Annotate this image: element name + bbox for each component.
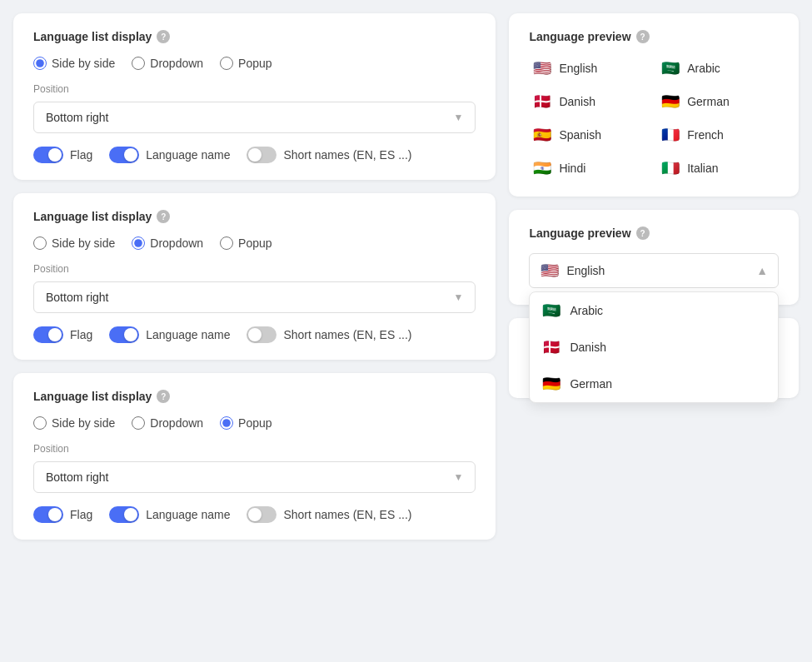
list-item[interactable]: 🇮🇹 Italian bbox=[657, 157, 779, 180]
panel1-radio-popup[interactable]: Popup bbox=[220, 57, 271, 70]
preview2-title: Language preview ? bbox=[529, 226, 779, 240]
panel3-radio-dropdown[interactable]: Dropdown bbox=[132, 416, 203, 430]
panel3-radio-group: Side by side Dropdown Popup bbox=[33, 416, 476, 430]
panel-side-by-side: Language list display ? Side by side Dro… bbox=[13, 13, 496, 180]
panel3-radio-side-by-side[interactable]: Side by side bbox=[33, 416, 115, 430]
preview2-title-text: Language preview bbox=[529, 226, 630, 240]
panel2-language-name-toggle[interactable] bbox=[109, 326, 139, 343]
panel2-radio-group: Side by side Dropdown Popup bbox=[33, 236, 476, 250]
panel3-toggle-short-names[interactable]: Short names (EN, ES ...) bbox=[247, 506, 411, 523]
panel-popup: Language list display ? Side by side Dro… bbox=[13, 373, 496, 540]
panel3-chevron-icon: ▼ bbox=[453, 471, 463, 483]
panel1-title: Language list display ? bbox=[33, 30, 476, 43]
english-flag: 🇺🇸 bbox=[532, 58, 552, 78]
panel2-help-icon[interactable]: ? bbox=[157, 210, 170, 223]
panel1-radio-dropdown[interactable]: Dropdown bbox=[132, 57, 203, 70]
danish-flag: 🇩🇰 bbox=[532, 92, 552, 112]
preview2-dropdown-container: 🇺🇸 English ▲ 🇸🇦 Arabic 🇩🇰 Danish 🇩🇪 bbox=[529, 253, 779, 288]
panel3-position-label: Position bbox=[33, 443, 476, 455]
panel2-chevron-icon: ▼ bbox=[453, 291, 463, 303]
french-flag: 🇫🇷 bbox=[660, 125, 680, 145]
preview2-dropdown-menu: 🇸🇦 Arabic 🇩🇰 Danish 🇩🇪 German bbox=[529, 291, 779, 403]
preview2-dropdown-trigger[interactable]: 🇺🇸 English ▲ bbox=[529, 253, 779, 288]
panel3-title-text: Language list display bbox=[33, 390, 152, 403]
dropdown-german-flag: 🇩🇪 bbox=[541, 374, 561, 394]
dropdown-option-german[interactable]: 🇩🇪 German bbox=[530, 366, 778, 402]
panel1-title-text: Language list display bbox=[33, 30, 152, 43]
panel1-toggle-short-names[interactable]: Short names (EN, ES ...) bbox=[247, 147, 411, 163]
list-item[interactable]: 🇫🇷 French bbox=[657, 123, 779, 147]
panel3-radio-popup[interactable]: Popup bbox=[220, 416, 271, 430]
italian-flag: 🇮🇹 bbox=[660, 158, 680, 178]
preview1-title: Language preview ? bbox=[529, 30, 779, 43]
preview1-title-text: Language preview bbox=[529, 30, 630, 43]
panel3-short-names-toggle[interactable] bbox=[247, 506, 276, 523]
dropdown-option-danish[interactable]: 🇩🇰 Danish bbox=[530, 329, 778, 366]
panel2-radio-popup[interactable]: Popup bbox=[220, 236, 271, 250]
panel1-position-select[interactable]: Bottom right ▼ bbox=[33, 102, 476, 133]
panel2-toggle-flag[interactable]: Flag bbox=[33, 326, 92, 343]
preview2-selected-text: English bbox=[566, 264, 605, 277]
preview1-lang-grid: 🇺🇸 English 🇸🇦 Arabic 🇩🇰 Danish 🇩🇪 German bbox=[529, 57, 779, 180]
arabic-flag: 🇸🇦 bbox=[660, 58, 680, 78]
panel3-toggle-flag[interactable]: Flag bbox=[33, 506, 92, 523]
panel2-title: Language list display ? bbox=[33, 210, 476, 223]
panel1-short-names-toggle[interactable] bbox=[247, 147, 276, 163]
panel2-title-text: Language list display bbox=[33, 210, 152, 223]
panel2-radio-side-by-side[interactable]: Side by side bbox=[33, 236, 115, 250]
panel3-position-select[interactable]: Bottom right ▼ bbox=[33, 461, 476, 493]
preview2-help-icon[interactable]: ? bbox=[636, 226, 650, 240]
list-item[interactable]: 🇮🇳 Hindi bbox=[529, 157, 650, 180]
panel1-chevron-icon: ▼ bbox=[453, 112, 463, 123]
panel3-language-name-toggle[interactable] bbox=[109, 506, 139, 523]
panel1-radio-group: Side by side Dropdown Popup bbox=[33, 57, 476, 70]
panel1-language-name-toggle[interactable] bbox=[109, 147, 139, 163]
panel1-position-label: Position bbox=[33, 83, 476, 95]
panel1-flag-toggle[interactable] bbox=[33, 147, 63, 163]
panel1-toggle-flag[interactable]: Flag bbox=[33, 147, 92, 163]
panel-dropdown: Language list display ? Side by side Dro… bbox=[13, 193, 496, 360]
panel2-radio-dropdown[interactable]: Dropdown bbox=[132, 236, 203, 250]
list-item[interactable]: 🇩🇰 Danish bbox=[529, 90, 650, 113]
panel3-help-icon[interactable]: ? bbox=[157, 390, 170, 403]
list-item[interactable]: 🇺🇸 English bbox=[529, 57, 650, 80]
panel3-flag-toggle[interactable] bbox=[33, 506, 63, 523]
panel1-toggle-language-name[interactable]: Language name bbox=[109, 147, 230, 163]
panel1-radio-side-by-side[interactable]: Side by side bbox=[33, 57, 115, 70]
panel2-short-names-toggle[interactable] bbox=[247, 326, 276, 343]
spanish-flag: 🇪🇸 bbox=[532, 125, 552, 145]
dropdown-option-arabic[interactable]: 🇸🇦 Arabic bbox=[530, 292, 778, 329]
preview-side-by-side: Language preview ? 🇺🇸 English 🇸🇦 Arabic … bbox=[509, 13, 799, 197]
panel1-toggle-group: Flag Language name Short names (EN, ES .… bbox=[33, 147, 476, 163]
german-flag: 🇩🇪 bbox=[660, 92, 680, 112]
list-item[interactable]: 🇪🇸 Spanish bbox=[529, 123, 650, 147]
panel2-flag-toggle[interactable] bbox=[33, 326, 63, 343]
dropdown-danish-flag: 🇩🇰 bbox=[541, 337, 561, 357]
panel2-toggle-language-name[interactable]: Language name bbox=[109, 326, 230, 343]
panel2-toggle-short-names[interactable]: Short names (EN, ES ...) bbox=[247, 326, 411, 343]
list-item[interactable]: 🇸🇦 Arabic bbox=[657, 57, 779, 80]
preview2-selected-flag: 🇺🇸 bbox=[540, 261, 560, 281]
preview2-chevron-up-icon: ▲ bbox=[756, 264, 768, 277]
panel2-position-label: Position bbox=[33, 263, 476, 275]
dropdown-arabic-flag: 🇸🇦 bbox=[541, 301, 561, 321]
panel2-position-select[interactable]: Bottom right ▼ bbox=[33, 281, 476, 313]
list-item[interactable]: 🇩🇪 German bbox=[657, 90, 779, 113]
panel3-toggle-group: Flag Language name Short names (EN, ES .… bbox=[33, 506, 476, 523]
panel3-toggle-language-name[interactable]: Language name bbox=[109, 506, 230, 523]
panel2-toggle-group: Flag Language name Short names (EN, ES .… bbox=[33, 326, 476, 343]
hindi-flag: 🇮🇳 bbox=[532, 158, 552, 178]
panel3-title: Language list display ? bbox=[33, 390, 476, 403]
preview1-help-icon[interactable]: ? bbox=[636, 30, 650, 43]
panel1-help-icon[interactable]: ? bbox=[157, 30, 170, 43]
preview-dropdown: Language preview ? 🇺🇸 English ▲ 🇸🇦 Arabi… bbox=[509, 210, 799, 305]
